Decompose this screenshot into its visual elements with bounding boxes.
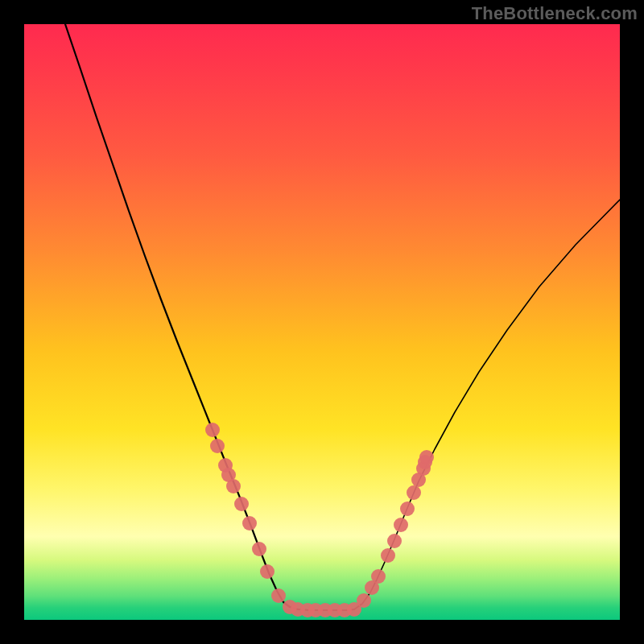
data-dot xyxy=(394,518,408,532)
curve-left-branch xyxy=(65,24,298,609)
data-dot xyxy=(400,502,415,516)
data-dot xyxy=(242,516,257,530)
data-dot xyxy=(271,588,286,603)
data-dot xyxy=(260,564,275,579)
data-dot xyxy=(371,569,386,584)
data-dot xyxy=(387,534,402,548)
data-dot xyxy=(407,485,421,500)
chart-stage: TheBottleneck.com xyxy=(0,0,644,644)
data-dot xyxy=(419,450,434,464)
data-dot xyxy=(252,542,266,556)
dot-group xyxy=(205,423,434,617)
data-dot xyxy=(381,548,395,563)
data-dot xyxy=(210,439,225,453)
data-dot xyxy=(205,423,220,437)
watermark-text: TheBottleneck.com xyxy=(472,3,638,24)
data-dot xyxy=(357,593,371,608)
plot-area xyxy=(24,24,620,620)
data-dot xyxy=(226,479,241,493)
curve-layer xyxy=(24,24,620,620)
data-dot xyxy=(234,497,249,511)
